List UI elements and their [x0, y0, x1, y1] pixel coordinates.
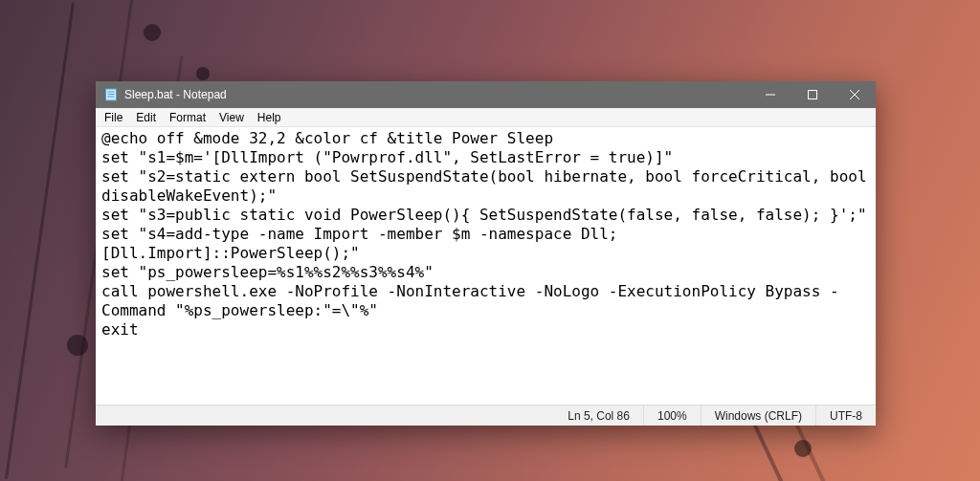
menu-bar: File Edit Format View Help	[96, 108, 876, 127]
notepad-icon	[103, 87, 119, 102]
window-title: Sleep.bat - Notepad	[124, 88, 227, 101]
status-line-ending: Windows (CRLF)	[701, 405, 815, 426]
status-encoding: UTF-8	[815, 405, 876, 426]
text-editor-area[interactable]: @echo off &mode 32,2 &color cf &title Po…	[96, 127, 876, 404]
status-bar: Ln 5, Col 86 100% Windows (CRLF) UTF-8	[96, 404, 876, 426]
status-cursor-position: Ln 5, Col 86	[554, 405, 643, 426]
svg-rect-5	[809, 91, 817, 99]
menu-help[interactable]: Help	[251, 110, 288, 125]
window-titlebar[interactable]: Sleep.bat - Notepad	[96, 81, 876, 108]
notepad-window: Sleep.bat - Notepad File Edit Format Vie…	[96, 81, 876, 426]
minimize-button[interactable]	[749, 81, 791, 108]
menu-format[interactable]: Format	[163, 110, 212, 125]
close-button[interactable]	[834, 81, 876, 108]
maximize-button[interactable]	[791, 81, 834, 108]
menu-file[interactable]: File	[98, 110, 129, 125]
menu-view[interactable]: View	[212, 110, 251, 125]
menu-edit[interactable]: Edit	[129, 110, 163, 125]
status-zoom: 100%	[643, 405, 701, 426]
